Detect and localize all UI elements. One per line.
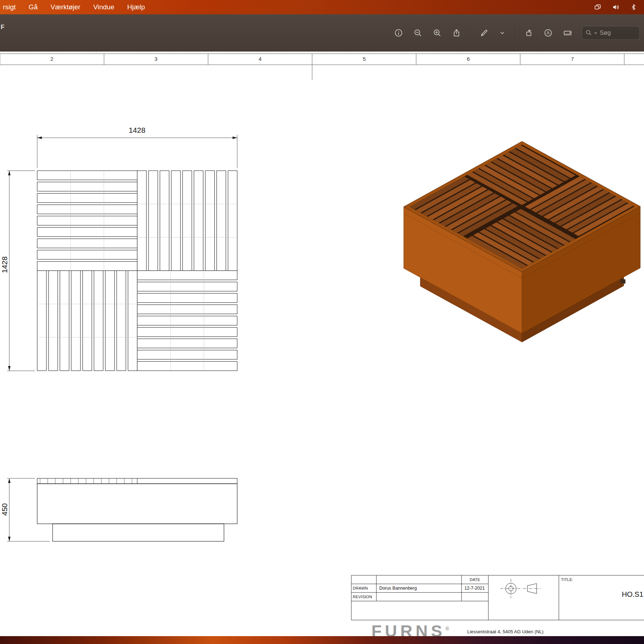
menu-status-icons bbox=[594, 4, 644, 11]
document-sheet bbox=[0, 51, 644, 644]
rotate-icon bbox=[525, 29, 533, 37]
form-fill-icon bbox=[563, 29, 572, 37]
toolbar-icons: A Søg bbox=[393, 26, 640, 40]
revision-label: REVISION bbox=[353, 595, 372, 599]
share-icon bbox=[452, 29, 461, 37]
markup-button[interactable] bbox=[478, 27, 490, 39]
date-value: 12-7-2021 bbox=[464, 586, 485, 591]
menu-item-vindue[interactable]: Vindue bbox=[93, 3, 114, 11]
search-icon bbox=[586, 30, 592, 36]
markup-pencil-icon bbox=[480, 29, 488, 37]
rotate-button[interactable] bbox=[523, 27, 535, 39]
info-icon bbox=[394, 29, 403, 37]
toolbar-divider bbox=[470, 27, 470, 39]
menu-bar: rsigt Gå Værktøjer Vindue Hjælp bbox=[0, 0, 644, 14]
zoom-in-button[interactable] bbox=[431, 27, 443, 39]
annotate-icon: A bbox=[544, 29, 552, 37]
menu-item-oversigt[interactable]: rsigt bbox=[3, 3, 16, 11]
chevron-down-icon bbox=[594, 31, 597, 35]
form-fill-button[interactable] bbox=[562, 27, 574, 39]
window-title-fragment: F bbox=[1, 24, 4, 31]
desktop-wallpaper bbox=[0, 636, 644, 644]
share-button[interactable] bbox=[451, 27, 462, 39]
ruler-zone-6: 6 bbox=[461, 56, 475, 62]
bluetooth-icon[interactable] bbox=[630, 4, 637, 11]
drawn-value: Dorus Bannenberg bbox=[379, 586, 417, 591]
menu-items: rsigt Gå Værktøjer Vindue Hjælp bbox=[0, 3, 145, 11]
search-placeholder: Søg bbox=[600, 29, 611, 36]
search-field[interactable]: Søg bbox=[582, 26, 640, 40]
svg-text:A: A bbox=[547, 30, 550, 35]
ruler-zone-3: 3 bbox=[149, 56, 163, 62]
ruler-zone-5: 5 bbox=[357, 56, 371, 62]
info-button[interactable] bbox=[393, 27, 404, 39]
ruler-zone-7: 7 bbox=[565, 56, 580, 62]
dimension-width: 1428 bbox=[117, 126, 157, 135]
ruler-zone-2: 2 bbox=[45, 56, 59, 62]
markup-options-button[interactable] bbox=[498, 28, 507, 38]
registered-mark: ® bbox=[445, 626, 449, 631]
title-label: TITLE: bbox=[561, 577, 573, 582]
drawn-label: DRAWN bbox=[353, 586, 368, 590]
toolbar-divider bbox=[515, 27, 515, 39]
menu-item-ga[interactable]: Gå bbox=[29, 3, 38, 11]
company-address: Liessentstraat 4, 5405 AG Uden (NL) bbox=[467, 629, 543, 634]
chevron-down-icon bbox=[499, 30, 506, 36]
annotate-button[interactable]: A bbox=[542, 27, 554, 39]
ruler-zone-4: 4 bbox=[253, 56, 267, 62]
menu-item-hjaelp[interactable]: Hjælp bbox=[127, 3, 145, 11]
dimension-height: 1428 bbox=[0, 249, 8, 281]
zoom-in-icon bbox=[433, 29, 441, 37]
screen: rsigt Gå Værktøjer Vindue Hjælp F bbox=[0, 0, 644, 644]
preview-toolbar: F bbox=[0, 14, 644, 52]
windows-copy-icon[interactable] bbox=[594, 4, 601, 11]
zoom-out-button[interactable] bbox=[412, 27, 424, 39]
volume-icon[interactable] bbox=[612, 4, 620, 11]
menu-item-vaerktojer[interactable]: Værktøjer bbox=[50, 3, 80, 11]
date-label: DATE bbox=[462, 577, 488, 582]
zoom-out-icon bbox=[414, 29, 422, 37]
dimension-side-height: 450 bbox=[0, 493, 8, 526]
title-value: HO.S1 bbox=[622, 590, 643, 599]
